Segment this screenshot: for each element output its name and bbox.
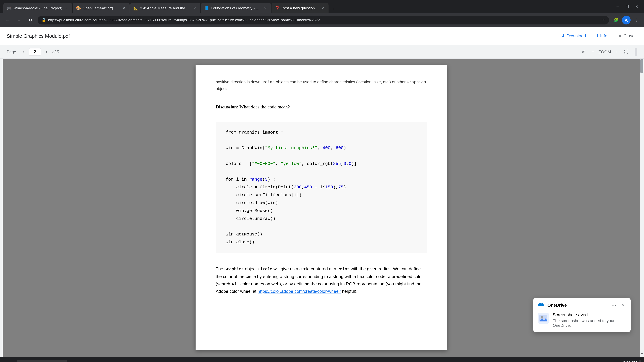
lock-icon: 🔒 (42, 18, 46, 22)
taskbar-app-water[interactable] (145, 359, 157, 362)
address-bar[interactable]: 🔒 https://puc.instructure.com/courses/33… (38, 16, 609, 24)
nav-right-icons: 🧩 A ⋮ (612, 16, 641, 24)
tab-close-5[interactable]: ✕ (320, 6, 325, 10)
prev-page-button[interactable]: ‹ (20, 48, 27, 56)
next-page-button[interactable]: › (43, 48, 50, 56)
tab-favicon-3: 📐 (133, 6, 138, 10)
code-line-8: win.getMouse() (226, 207, 417, 215)
info-icon: ℹ (597, 33, 598, 38)
page-navigation: ‹ 2 › of 5 (20, 48, 59, 56)
info-label: Info (600, 33, 607, 38)
code-line-1: from graphics import * (226, 129, 417, 136)
onedrive-notification: OneDrive ⋯ ✕ Screenshot saved The screen… (533, 298, 630, 332)
zoom-out-button[interactable]: − (589, 48, 596, 56)
show-desktop-button[interactable] (639, 360, 641, 362)
taskbar-app-teams[interactable] (107, 359, 119, 362)
notification-body: Screenshot saved The screenshot was adde… (533, 311, 630, 332)
tab-foundations[interactable]: 📘 Foundations of Geometry - 9780… ✕ (201, 3, 271, 13)
scroll-right[interactable]: ▼ (640, 59, 644, 357)
tab-opengameart[interactable]: 🎨 OpenGameArt.org ✕ (72, 3, 130, 13)
pdf-toolbar: Page ‹ 2 › of 5 ↺ − ZOOM + ⛶ (0, 45, 644, 59)
code-line-3: colors = ["#00FF00", "yellow", color_rgb… (226, 160, 417, 168)
page-number-input[interactable]: 2 (29, 48, 41, 56)
svg-point-1 (541, 316, 544, 319)
zoom-label: ZOOM (598, 50, 611, 54)
zoom-controls: ↺ − ZOOM + ⛶ (580, 48, 630, 56)
taskbar-app-folder[interactable] (120, 359, 132, 362)
settings-button[interactable]: ⋮ (632, 16, 641, 24)
notification-text: Screenshot saved The screenshot was adde… (553, 312, 626, 328)
start-button[interactable] (3, 359, 16, 362)
profile-avatar[interactable]: A (622, 16, 630, 24)
back-button[interactable]: ← (3, 16, 12, 24)
notification-header: OneDrive ⋯ ✕ (533, 298, 630, 311)
tab-whack-a-mole[interactable]: 🎮 Whack-a-Mole! (Final Project) ✕ (3, 3, 72, 13)
scroll-down-button[interactable]: ▼ (640, 350, 644, 357)
extensions-button[interactable]: 🧩 (612, 16, 620, 24)
close-pdf-button[interactable]: ✕ Close (616, 31, 637, 40)
tab-post-question[interactable]: ❓ Post a new question ✕ (272, 3, 328, 13)
taskbar-app-edge[interactable] (158, 359, 170, 362)
minimize-button[interactable]: ─ (614, 3, 622, 11)
title-bar: 🎮 Whack-a-Mole! (Final Project) ✕ 🎨 Open… (0, 0, 644, 13)
code-line-7: circle.draw(win) (226, 199, 417, 207)
download-label: Download (567, 33, 586, 38)
discussion-section: Discussion: What does the code mean? (216, 104, 427, 110)
scroll-left (0, 59, 3, 357)
taskbar-app-basketball[interactable] (81, 359, 93, 362)
tab-close-2[interactable]: ✕ (122, 6, 126, 10)
taskbar-app-browser[interactable] (68, 359, 80, 362)
page-label: Page (7, 50, 16, 54)
refresh-button[interactable]: ↻ (26, 16, 35, 24)
restore-button[interactable]: ❐ (623, 3, 631, 11)
tab-angle-measure[interactable]: 📐 3.4: Angle Measure and the Pro… ✕ (130, 3, 200, 13)
fullscreen-button[interactable]: ⛶ (622, 48, 630, 56)
tab-title-5: Post a new question (282, 6, 318, 10)
taskbar-app-word[interactable]: W (170, 359, 182, 362)
pdf-title: Simple Graphics Module.pdf (7, 33, 552, 39)
code-line-4: for i in range(3) : (226, 176, 417, 184)
tab-close-3[interactable]: ✕ (192, 6, 197, 10)
notification-close-button[interactable]: ✕ (620, 302, 626, 309)
info-button[interactable]: ℹ Info (594, 31, 610, 40)
notification-icon (537, 312, 550, 324)
notification-title: OneDrive (548, 303, 608, 308)
taskbar-system-tray: ∧ ENG 5:55 PM 6/1/202 (569, 360, 641, 362)
tab-close-4[interactable]: ✕ (263, 6, 268, 10)
tab-close-1[interactable]: ✕ (64, 6, 69, 10)
nav-bar: ← → ↻ 🔒 https://puc.instructure.com/cour… (0, 13, 644, 27)
address-text: https://puc.instructure.com/courses/3386… (48, 18, 600, 22)
pdf-paragraph: The Graphics object Circle will give us … (216, 265, 427, 295)
zoom-in-button[interactable]: + (613, 48, 620, 56)
taskbar-search-bar[interactable]: 🔍 Search (17, 360, 67, 362)
divider-top (216, 98, 427, 98)
divider-code-top (216, 116, 427, 116)
forward-button[interactable]: → (15, 16, 24, 24)
adobe-color-link[interactable]: https://color.adobe.com/create/color-whe… (258, 289, 341, 294)
refresh-pdf-button[interactable]: ↺ (580, 48, 587, 56)
new-tab-button[interactable]: + (329, 5, 338, 13)
scroll-thumb-area (640, 59, 644, 350)
tab-favicon-1: 🎮 (7, 6, 12, 10)
taskbar-app-game[interactable] (132, 359, 144, 362)
taskbar-app-vscode[interactable] (183, 359, 195, 362)
bookmark-icon[interactable]: ☆ (602, 18, 605, 22)
notification-more-button[interactable]: ⋯ (610, 302, 618, 309)
tab-favicon-5: ❓ (275, 6, 280, 10)
page-total: of 5 (52, 50, 59, 54)
code-line-9: circle.undraw() (226, 215, 417, 223)
taskbar: 🔍 Search (0, 357, 644, 362)
close-icon: ✕ (618, 33, 622, 38)
profile-button[interactable]: A (622, 16, 630, 24)
scroll-thumb[interactable] (640, 59, 643, 73)
toolbar-scrollbar (634, 48, 637, 56)
clock-display[interactable]: 5:55 PM 6/1/2023 (623, 360, 637, 362)
discussion-text: What does the code mean? (240, 104, 290, 109)
download-button[interactable]: ⬇ Download (559, 31, 589, 40)
browser-window: 🎮 Whack-a-Mole! (Final Project) ✕ 🎨 Open… (0, 0, 644, 362)
taskbar-app-filemanager[interactable] (94, 359, 106, 362)
tab-bar: 🎮 Whack-a-Mole! (Final Project) ✕ 🎨 Open… (3, 0, 614, 13)
notification-screenshot-body: The screenshot was added to your OneDriv… (553, 319, 626, 328)
pdf-header: Simple Graphics Module.pdf ⬇ Download ℹ … (0, 27, 644, 45)
close-button[interactable]: ✕ (632, 3, 641, 11)
